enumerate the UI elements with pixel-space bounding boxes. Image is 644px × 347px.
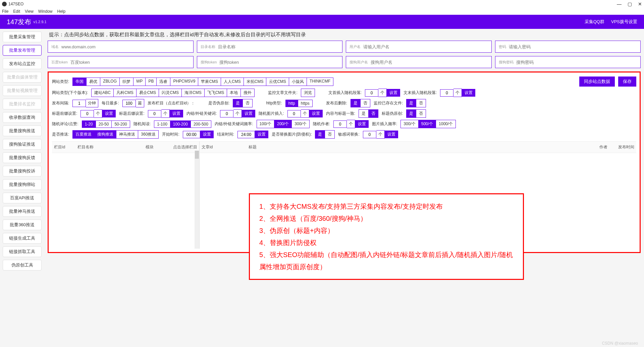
types-opt-9[interactable]: 人人CMS (221, 78, 244, 86)
input-suser[interactable] (371, 60, 488, 65)
btn-rand-tail[interactable]: 设置 (462, 89, 475, 97)
rread-opt-1[interactable]: 100-200 (170, 120, 191, 128)
types_next-opt-0[interactable]: 建站ABC (91, 89, 114, 97)
replaceimg-yes[interactable]: 是 (315, 130, 325, 139)
sidebar-item-12[interactable]: 百度API推送 (3, 193, 42, 203)
sidebar-item-9[interactable]: 批量搜狗反馈 (3, 152, 42, 163)
sidebar-item-2[interactable]: 发布站点监控 (3, 58, 42, 69)
input-end-time[interactable] (237, 131, 255, 138)
push-opt-2[interactable]: 神马推送 (116, 130, 138, 139)
input-user[interactable] (363, 44, 488, 49)
input-rand-tail[interactable] (440, 89, 453, 97)
push-opt-0[interactable]: 百度推送 (72, 130, 95, 139)
types-opt-4[interactable]: WP (133, 78, 146, 86)
types-opt-13[interactable]: THINKCMF (307, 78, 333, 86)
titlematch-no[interactable]: 否 (369, 109, 378, 118)
sidebar-item-6[interactable]: 收录数据查询 (3, 112, 42, 123)
btn-suffix[interactable]: 设置 (170, 110, 183, 117)
sidebar-item-7[interactable]: 批量搜狗推送 (3, 126, 42, 136)
sidebar-item-1[interactable]: 批量发布管理 (3, 45, 42, 56)
input-daily[interactable] (122, 100, 136, 107)
input-dir[interactable] (218, 44, 339, 49)
push-opt-3[interactable]: 360推送 (138, 130, 159, 139)
moncache-yes[interactable]: 是 (406, 99, 416, 107)
types-opt-8[interactable]: 苹果CMS (198, 78, 221, 86)
header-link-vps[interactable]: VPS拨号设置 (611, 19, 637, 25)
input-sensitive[interactable] (363, 131, 376, 138)
minimize-button[interactable]: — (617, 1, 622, 7)
sidebar-item-3[interactable]: 批量自媒体管理 (3, 72, 42, 83)
input-prefix[interactable] (80, 110, 94, 117)
titlepseudo-yes[interactable]: 是 (406, 109, 416, 118)
types-opt-5[interactable]: PB (146, 78, 157, 86)
close-button[interactable]: ✕ (638, 1, 642, 7)
scroll-thumb[interactable] (195, 151, 199, 159)
ifreq-opt-2[interactable]: 1000/个 (436, 120, 456, 128)
menu-window[interactable]: Window (38, 9, 53, 14)
titlematch-yes[interactable]: 是 (359, 109, 369, 118)
maximize-button[interactable]: ▢ (628, 1, 632, 7)
types_next-opt-3[interactable]: 闪灵CMS (159, 89, 182, 97)
browse-button[interactable]: 浏览 (301, 89, 315, 97)
types-opt-12[interactable]: 小旋风 (289, 78, 307, 86)
btn-rand-head[interactable]: 设置 (387, 89, 400, 97)
types_next-opt-5[interactable]: 飞飞CMS (205, 89, 227, 97)
btn-prefix[interactable]: 设置 (102, 110, 116, 117)
menu-view[interactable]: View (25, 9, 34, 14)
sidebar-item-13[interactable]: 批量神马推送 (3, 206, 42, 217)
btn-rand-author[interactable]: 设置 (355, 120, 369, 128)
menu-edit[interactable]: Edit (13, 9, 20, 14)
input-rand-author[interactable] (333, 120, 347, 128)
pseudo-no[interactable]: 否 (243, 99, 253, 107)
del-yes[interactable]: 是 (351, 99, 361, 107)
types-opt-11[interactable]: 云优CMS (266, 78, 289, 86)
input-stoken[interactable] (219, 60, 339, 65)
sidebar-item-16[interactable]: 链接抓取工具 (3, 246, 42, 257)
sidebar-item-8[interactable]: 搜狗验证推送 (3, 139, 42, 150)
types-opt-6[interactable]: 迅睿 (157, 78, 170, 86)
sidebar-item-4[interactable]: 批量短视频管理 (3, 85, 42, 96)
input-start-time[interactable] (183, 131, 200, 138)
input-inlink[interactable] (220, 110, 233, 117)
rcomment-opt-2[interactable]: 50-200 (112, 120, 130, 128)
types_next-opt-4[interactable]: 海洋CMS (182, 89, 205, 97)
lfreq-opt-2[interactable]: 300/个 (292, 120, 309, 128)
push-opt-1[interactable]: 搜狗推送 (95, 130, 116, 139)
sidebar-item-0[interactable]: 批量采集管理 (3, 32, 42, 42)
lfreq-opt-0[interactable]: 100/个 (257, 120, 274, 128)
input-domain[interactable] (61, 44, 190, 49)
types_next-opt-1[interactable]: 凡科CMS (114, 89, 137, 97)
sidebar-item-15[interactable]: 链接生成工具 (3, 233, 42, 244)
sidebar-item-17[interactable]: 伪原创工具 (3, 260, 42, 270)
types-opt-2[interactable]: ZBLOG (100, 78, 120, 86)
sync-button[interactable]: 同步站点数据 (579, 77, 615, 87)
rcomment-opt-0[interactable]: 1-20 (82, 120, 96, 128)
rread-opt-2[interactable]: 200-500 (191, 120, 211, 128)
rcomment-opt-1[interactable]: 20-50 (96, 120, 112, 128)
scrollbar[interactable] (195, 151, 199, 249)
sidebar-item-5[interactable]: 批量排名监控 (3, 99, 42, 109)
input-suffix[interactable] (148, 110, 161, 117)
http-option[interactable]: http (285, 100, 298, 107)
input-spwd[interactable] (516, 60, 637, 65)
input-pwd[interactable] (509, 44, 637, 49)
types-opt-10[interactable]: 米拓CMS (244, 78, 267, 86)
ifreq-opt-0[interactable]: 300/个 (400, 120, 418, 128)
sidebar-item-10[interactable]: 批量搜狗投诉 (3, 166, 42, 177)
types-opt-7[interactable]: PHPCMSV9 (170, 78, 198, 86)
btn-sensitive[interactable]: 设置 (385, 131, 398, 138)
ifreq-opt-1[interactable]: 500/个 (419, 120, 436, 128)
input-rand-head[interactable] (365, 89, 378, 97)
types_next-opt-2[interactable]: 易企CMS (137, 89, 159, 97)
rread-opt-0[interactable]: 1-100 (154, 120, 170, 128)
types-opt-0[interactable]: 帝国 (72, 78, 87, 86)
menu-file[interactable]: File (2, 9, 8, 14)
input-btoken[interactable] (70, 60, 190, 65)
del-no[interactable]: 否 (361, 99, 370, 107)
pseudo-yes[interactable]: 是 (233, 99, 243, 107)
titlepseudo-no[interactable]: 否 (416, 109, 426, 118)
menu-help[interactable]: Help (57, 9, 66, 14)
moncache-no[interactable]: 否 (416, 99, 426, 107)
types_next-opt-6[interactable]: 本地 (227, 89, 241, 97)
sidebar-item-11[interactable]: 批量搜狗绑站 (3, 179, 42, 190)
